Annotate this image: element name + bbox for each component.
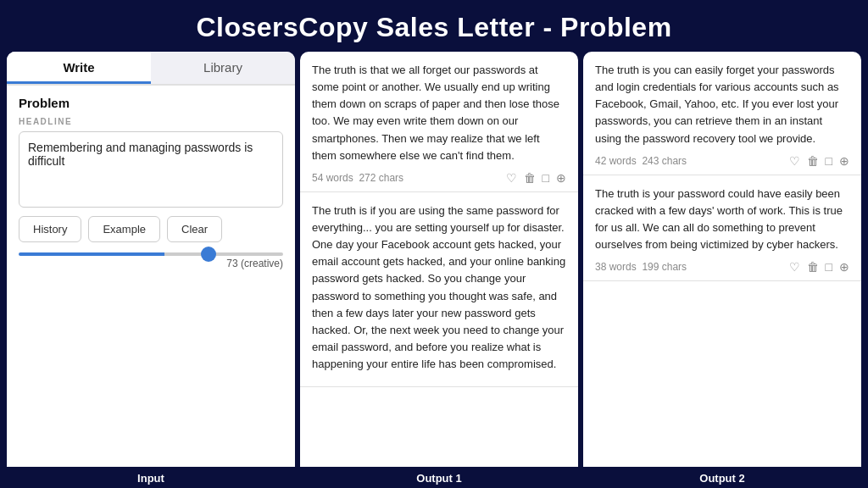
- footer-output1-label: Output 1: [300, 467, 578, 488]
- copy-icon[interactable]: □: [542, 171, 549, 185]
- input-label: Input: [7, 467, 295, 488]
- output1-panel: The truth is that we all forget our pass…: [300, 52, 578, 467]
- footer-input-label: Input: [7, 467, 295, 488]
- add-icon[interactable]: ⊕: [556, 171, 566, 185]
- footer-row: Input Output 1 Output 2: [0, 467, 868, 488]
- clear-button[interactable]: Clear: [167, 216, 222, 242]
- output2-label: Output 2: [583, 467, 861, 488]
- output1-label: Output 1: [300, 467, 578, 488]
- example-button[interactable]: Example: [88, 216, 160, 242]
- output2-icons-2: ♡ 🗑 □ ⊕: [789, 260, 849, 274]
- copy-icon-3[interactable]: □: [826, 260, 832, 274]
- output2-panel: The truth is you can easily forget your …: [583, 52, 861, 467]
- output2-wordcount-1: 42 words 243 chars: [595, 155, 687, 167]
- section-label: Problem: [19, 96, 283, 110]
- footer-output2-label: Output 2: [583, 467, 861, 488]
- like-icon-3[interactable]: ♡: [789, 260, 800, 274]
- output1-wordcount-1: 54 words 272 chars: [312, 172, 403, 184]
- tabs-row: Write Library: [7, 52, 295, 86]
- like-icon[interactable]: ♡: [506, 171, 517, 185]
- delete-icon-3[interactable]: 🗑: [807, 260, 819, 274]
- output1-text-2: The truth is if you are using the same p…: [312, 202, 566, 373]
- input-panel: Write Library Problem HEADLINE Rememberi…: [7, 52, 295, 467]
- output2-wordcount-2: 38 words 199 chars: [595, 261, 687, 273]
- output2-text-2: The truth is your password could have ea…: [595, 186, 849, 254]
- like-icon-2[interactable]: ♡: [789, 154, 800, 168]
- slider-value-label: 73 (creative): [226, 258, 283, 269]
- headline-label: HEADLINE: [19, 117, 283, 126]
- action-buttons: History Example Clear: [19, 216, 283, 242]
- add-icon-2[interactable]: ⊕: [839, 154, 849, 168]
- output2-meta-1: 42 words 243 chars ♡ 🗑 □ ⊕: [595, 154, 849, 168]
- tab-library[interactable]: Library: [151, 52, 295, 84]
- output2-meta-2: 38 words 199 chars ♡ 🗑 □ ⊕: [595, 260, 849, 274]
- output2-card-2: The truth is your password could have ea…: [583, 175, 861, 282]
- delete-icon[interactable]: 🗑: [524, 171, 536, 185]
- add-icon-3[interactable]: ⊕: [839, 260, 849, 274]
- page-title: ClosersCopy Sales Letter - Problem: [196, 0, 671, 52]
- output1-meta-1: 54 words 272 chars ♡ 🗑 □ ⊕: [312, 171, 566, 185]
- headline-input[interactable]: Remembering and managing passwords is di…: [19, 131, 283, 208]
- output1-icons-1: ♡ 🗑 □ ⊕: [506, 171, 566, 185]
- output1-card-1: The truth is that we all forget our pass…: [300, 52, 578, 192]
- watermark: Kripesh Adwani: [788, 451, 853, 461]
- output2-card-1: The truth is you can easily forget your …: [583, 52, 861, 175]
- output2-icons-1: ♡ 🗑 □ ⊕: [789, 154, 849, 168]
- history-button[interactable]: History: [19, 216, 81, 242]
- output2-text-1: The truth is you can easily forget your …: [595, 62, 849, 147]
- copy-icon-2[interactable]: □: [826, 154, 832, 168]
- tab-write[interactable]: Write: [7, 52, 151, 84]
- creativity-slider[interactable]: [19, 252, 283, 256]
- delete-icon-2[interactable]: 🗑: [807, 154, 819, 168]
- output1-text-1: The truth is that we all forget our pass…: [312, 62, 566, 164]
- output1-card-2: The truth is if you are using the same p…: [300, 192, 578, 387]
